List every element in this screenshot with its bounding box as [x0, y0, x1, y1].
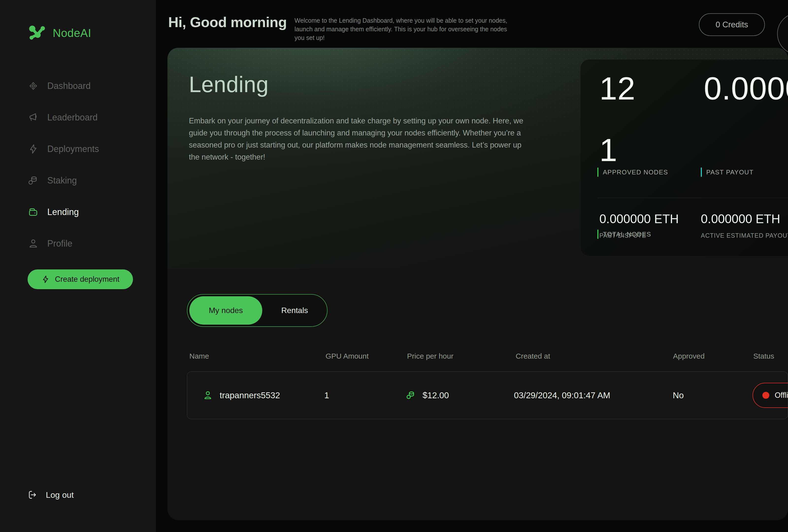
column-header-gpu-amount: GPU Amount — [323, 352, 405, 360]
nodes-table: Name GPU Amount Price per hour Created a… — [187, 349, 788, 419]
sidebar-item-label: Lending — [47, 207, 79, 217]
sidebar-item-label: Deployments — [47, 144, 99, 154]
dashboard-icon — [27, 80, 39, 92]
main-content: Lending Embark on your journey of decent… — [168, 48, 788, 520]
tab-my-nodes[interactable]: My nodes — [189, 296, 262, 324]
logout-icon — [27, 490, 38, 500]
hero-description: Embark on your journey of decentralizati… — [189, 115, 526, 163]
price-per-hour: $12.00 — [422, 390, 449, 400]
megaphone-icon — [27, 112, 39, 123]
page-title: Lending — [189, 72, 269, 97]
green-bar-icon — [597, 168, 598, 177]
nodes-tab-group: My nodes Rentals — [187, 294, 328, 327]
table-row[interactable]: trapanners5532 1 $12.00 03/29/2024, 09:0… — [187, 371, 788, 419]
price-cell: $12.00 — [405, 390, 513, 401]
past-payout-value: 0.000000 — [704, 70, 788, 107]
past-dispute-value: 0.000000 ETH — [599, 212, 679, 226]
node-name: trapanners5532 — [220, 390, 280, 400]
lightning-icon — [41, 275, 50, 284]
approved-nodes-label: APPROVED NODES — [603, 169, 668, 176]
active-estimated-payout-label: ACTIVE ESTIMATED PAYOUT — [701, 232, 788, 239]
status-badge: Offline — [752, 383, 788, 408]
sidebar-nav: Dashboard Leaderboard Deployments — [27, 76, 146, 254]
sidebar-item-lending[interactable]: Lending — [27, 202, 146, 222]
brand-logo[interactable]: NodeAI — [27, 24, 91, 42]
sidebar-item-label: Leaderboard — [47, 112, 98, 123]
sidebar-item-profile[interactable]: Profile — [27, 234, 146, 254]
past-dispute-label: PAST DISPUTE — [599, 232, 646, 239]
logout-label: Log out — [46, 490, 74, 500]
approved-cell: No — [671, 390, 751, 400]
column-header-created-at: Created at — [513, 352, 671, 360]
approved-nodes-value: 12 — [599, 70, 635, 107]
column-header-approved: Approved — [671, 352, 751, 360]
create-deployment-button[interactable]: Create deployment — [27, 270, 133, 289]
create-deployment-label: Create deployment — [55, 275, 119, 284]
approved-nodes-label-row: APPROVED NODES — [597, 168, 668, 177]
table-header-row: Name GPU Amount Price per hour Created a… — [187, 349, 788, 363]
active-estimated-payout-value: 0.000000 ETH — [701, 212, 780, 226]
sidebar-item-leaderboard[interactable]: Leaderboard — [27, 107, 146, 127]
gpu-amount-cell: 1 — [323, 390, 405, 400]
tab-rentals[interactable]: Rentals — [262, 295, 327, 326]
total-nodes-value: 1 — [599, 132, 617, 169]
credits-label: 0 Credits — [715, 20, 748, 29]
cyan-bar-icon — [701, 168, 702, 177]
user-icon — [27, 238, 39, 249]
column-header-price-per-hour: Price per hour — [405, 352, 513, 360]
status-cell: Offline — [751, 383, 788, 408]
sidebar: NodeAI Dashboard Leaderboard — [0, 0, 156, 532]
credits-button[interactable]: 0 Credits — [699, 13, 765, 36]
tab-my-nodes-label: My nodes — [209, 306, 243, 315]
created-at-cell: 03/29/2024, 09:01:47 AM — [513, 390, 671, 400]
lightning-icon — [27, 143, 39, 155]
tab-rentals-label: Rentals — [281, 306, 308, 315]
offline-dot-icon — [762, 392, 769, 399]
sidebar-item-label: Profile — [47, 238, 73, 249]
sidebar-item-label: Dashboard — [47, 81, 91, 91]
green-bar-icon — [597, 230, 598, 239]
sidebar-item-dashboard[interactable]: Dashboard — [27, 76, 146, 96]
coins-icon — [27, 175, 39, 186]
past-payout-label: PAST PAYOUT — [706, 169, 753, 176]
logout-button[interactable]: Log out — [27, 490, 74, 500]
sidebar-item-label: Staking — [47, 175, 77, 186]
column-header-name: Name — [187, 352, 323, 360]
user-icon — [202, 390, 213, 401]
sidebar-item-staking[interactable]: Staking — [27, 171, 146, 191]
wallet-icon — [27, 206, 39, 218]
node-name-cell: trapanners5532 — [187, 390, 323, 401]
sidebar-item-deployments[interactable]: Deployments — [27, 139, 146, 159]
past-payout-label-row: PAST PAYOUT — [701, 168, 753, 177]
column-header-status: Status — [751, 352, 788, 360]
nodeai-logo-icon — [27, 24, 46, 42]
brand-name: NodeAI — [53, 26, 91, 40]
welcome-text: Welcome to the Lending Dashboard, where … — [295, 16, 517, 42]
stats-divider — [597, 198, 788, 198]
stats-card: 12 APPROVED NODES 0.000000 PAST PAYOUT 1… — [580, 59, 788, 256]
page-greeting: Hi, Good morning — [168, 14, 287, 30]
status-label: Offline — [775, 391, 788, 400]
coins-icon — [405, 390, 417, 401]
